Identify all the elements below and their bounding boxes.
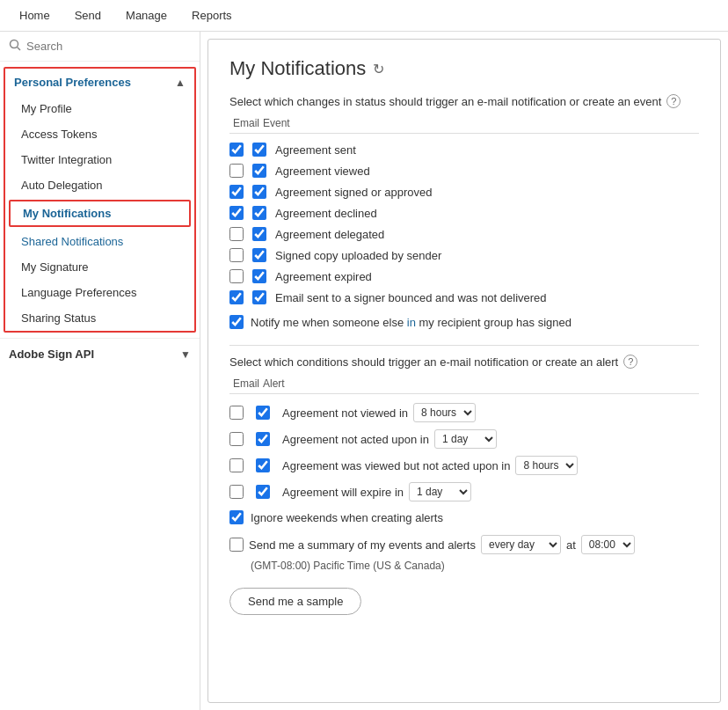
nav-send[interactable]: Send (62, 0, 113, 32)
send-sample-button[interactable]: Send me a sample (229, 588, 361, 615)
alert-row-3: Agreement will expire in 1 day 8 hours 2… (229, 479, 699, 505)
sidebar-my-signature[interactable]: My Signature (5, 254, 194, 280)
row5-event-cb[interactable] (252, 248, 266, 262)
timezone-note: (GMT-08:00) Pacific Time (US & Canada) (229, 560, 699, 572)
row3-email-cb[interactable] (229, 206, 244, 220)
row6-label: Agreement expired (275, 270, 372, 283)
alert3-alert-cb[interactable] (256, 485, 270, 499)
row2-event-cb[interactable] (252, 185, 266, 199)
ignore-weekends-cb[interactable] (229, 510, 244, 524)
help-icon-2[interactable]: ? (623, 355, 637, 369)
alert1-label: Agreement not acted upon in (282, 433, 429, 446)
table-row: Email sent to a signer bounced and was n… (229, 287, 699, 308)
row6-email-cb[interactable] (229, 269, 244, 283)
sidebar-sharing-status[interactable]: Sharing Status (5, 305, 194, 331)
search-icon (9, 39, 21, 54)
alert2-dropdown[interactable]: 8 hours 4 hours 1 day (515, 456, 578, 475)
row5-email-cb[interactable] (229, 248, 244, 262)
nav-manage[interactable]: Manage (113, 0, 179, 32)
top-nav: Home Send Manage Reports (0, 0, 728, 32)
table-row: Signed copy uploaded by sender (229, 245, 699, 266)
adobe-sign-api-section[interactable]: Adobe Sign API ▼ (0, 338, 200, 370)
notify-signed-cb[interactable] (229, 315, 244, 329)
row7-event-cb[interactable] (252, 290, 266, 304)
nav-home[interactable]: Home (7, 0, 62, 32)
nav-reports[interactable]: Reports (179, 0, 244, 32)
search-input[interactable] (26, 40, 191, 53)
ignore-weekends-row: Ignore weekends when creating alerts (229, 505, 699, 530)
alert-row-0: Agreement not viewed in 8 hours 4 hours … (229, 399, 699, 426)
alert1-alert-cb[interactable] (256, 432, 270, 446)
col-email-alert-header: Email (233, 377, 258, 390)
alert0-dropdown[interactable]: 8 hours 4 hours 1 day (413, 403, 476, 422)
notify-signed-label: Notify me when someone else in my recipi… (251, 316, 571, 329)
alert-row-2: Agreement was viewed but not acted upon … (229, 452, 699, 479)
summary-cb[interactable] (229, 538, 244, 552)
sidebar-shared-notifications[interactable]: Shared Notifications (5, 229, 194, 254)
row3-event-cb[interactable] (252, 206, 266, 220)
alert3-label: Agreement will expire in (282, 486, 404, 499)
section1-desc: Select which changes in status should tr… (229, 94, 699, 108)
ignore-weekends-label: Ignore weekends when creating alerts (251, 511, 443, 524)
row1-event-cb[interactable] (252, 164, 266, 178)
row5-label: Signed copy uploaded by sender (275, 249, 441, 262)
row4-event-cb[interactable] (252, 227, 266, 241)
main-content: My Notifications ↻ Select which changes … (207, 39, 721, 703)
refresh-icon[interactable]: ↻ (373, 61, 384, 77)
summary-row: Send me a summary of my events and alert… (229, 530, 699, 560)
search-box (0, 32, 200, 62)
table-row: Agreement declined (229, 202, 699, 223)
row0-email-cb[interactable] (229, 143, 244, 157)
row1-email-cb[interactable] (229, 164, 244, 178)
alert1-email-cb[interactable] (229, 432, 244, 446)
chevron-up-icon: ▲ (175, 77, 186, 89)
chevron-down-icon: ▼ (180, 348, 191, 361)
alert0-label: Agreement not viewed in (282, 406, 408, 420)
table-row: Agreement viewed (229, 160, 699, 181)
row4-email-cb[interactable] (229, 227, 244, 241)
personal-preferences-header[interactable]: Personal Preferences ▲ (5, 69, 194, 96)
row2-email-cb[interactable] (229, 185, 244, 199)
adobe-sign-api-label: Adobe Sign API (9, 348, 94, 361)
summary-freq-dropdown[interactable]: every day every week (481, 535, 561, 554)
section2-desc: Select which conditions should trigger a… (229, 355, 699, 369)
alert2-label: Agreement was viewed but not acted upon … (282, 459, 510, 472)
row3-label: Agreement declined (275, 207, 377, 220)
col-email-header: Email (233, 117, 258, 129)
table-row: Agreement delegated (229, 223, 699, 245)
alert0-alert-cb[interactable] (256, 406, 270, 420)
alert1-dropdown[interactable]: 1 day 8 hours 2 days (434, 429, 497, 449)
page-title: My Notifications (229, 57, 366, 80)
sidebar-my-notifications[interactable]: My Notifications (9, 200, 191, 227)
row6-event-cb[interactable] (252, 269, 266, 283)
sidebar-twitter-integration[interactable]: Twitter Integration (5, 147, 194, 172)
row0-label: Agreement sent (275, 143, 356, 157)
alert3-email-cb[interactable] (229, 485, 244, 499)
row7-email-cb[interactable] (229, 290, 244, 304)
row4-label: Agreement delegated (275, 228, 384, 241)
sidebar-my-profile[interactable]: My Profile (5, 96, 194, 121)
table-row: Agreement signed or approved (229, 181, 699, 202)
col-event-header: Event (263, 117, 290, 129)
row1-label: Agreement viewed (275, 165, 370, 178)
notify-signed-row: Notify me when someone else in my recipi… (229, 308, 699, 336)
alert-row-1: Agreement not acted upon in 1 day 8 hour… (229, 426, 699, 452)
help-icon-1[interactable]: ? (666, 94, 681, 108)
row2-label: Agreement signed or approved (275, 186, 433, 199)
sidebar: Personal Preferences ▲ My Profile Access… (0, 32, 200, 710)
alert2-alert-cb[interactable] (256, 458, 270, 472)
alert0-email-cb[interactable] (229, 406, 244, 420)
summary-label: Send me a summary of my events and alert… (249, 538, 476, 552)
row0-event-cb[interactable] (252, 143, 266, 157)
summary-time-dropdown[interactable]: 08:00 09:00 10:00 (581, 535, 635, 554)
alert2-email-cb[interactable] (229, 458, 244, 472)
personal-preferences-label: Personal Preferences (14, 76, 131, 89)
table-row: Agreement expired (229, 266, 699, 287)
sidebar-language-preferences[interactable]: Language Preferences (5, 280, 194, 305)
svg-point-0 (11, 40, 18, 48)
at-label: at (566, 538, 576, 552)
alert3-dropdown[interactable]: 1 day 8 hours 2 days (409, 482, 471, 501)
sidebar-auto-delegation[interactable]: Auto Delegation (5, 172, 194, 198)
table-row: Agreement sent (229, 139, 699, 160)
sidebar-access-tokens[interactable]: Access Tokens (5, 121, 194, 147)
